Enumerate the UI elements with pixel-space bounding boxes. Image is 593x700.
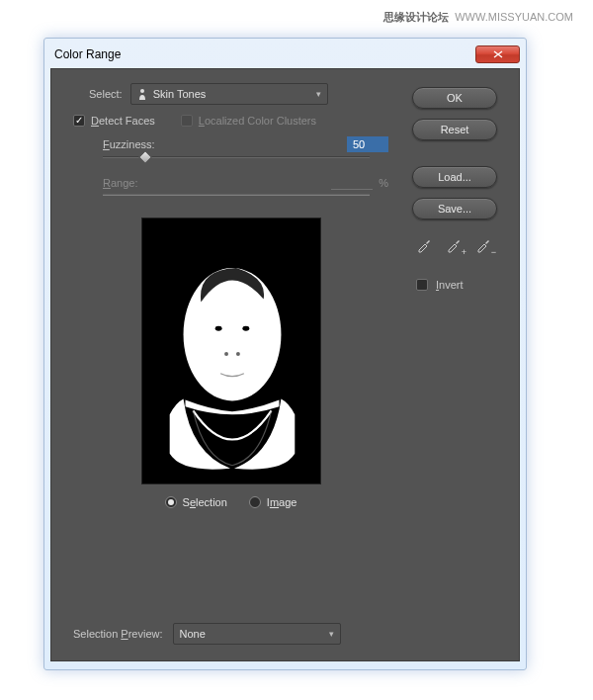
dialog-title: Color Range: [50, 47, 121, 61]
svg-point-2: [183, 268, 281, 401]
detect-faces-checkbox[interactable]: [73, 115, 85, 127]
left-column: Select: Skin Tones ▾ Detect Faces Local: [67, 83, 394, 647]
svg-point-6: [235, 352, 239, 356]
eyedropper-minus-icon[interactable]: −: [473, 235, 493, 255]
chevron-down-icon: ▾: [329, 629, 334, 639]
close-button[interactable]: [475, 45, 520, 63]
person-icon: [137, 88, 147, 100]
range-slider: [103, 194, 370, 196]
selection-radio-label: Selection: [183, 496, 227, 508]
select-dropdown[interactable]: Skin Tones ▾: [130, 83, 328, 105]
preview-mode-row: Selection Image: [67, 496, 394, 508]
invert-label: Invert: [436, 279, 464, 291]
svg-point-3: [214, 326, 221, 331]
invert-checkbox[interactable]: [416, 279, 428, 291]
chevron-down-icon: ▾: [316, 89, 321, 99]
selection-preview-row: Selection Preview: None ▾: [73, 623, 341, 645]
eyedropper-icon[interactable]: [414, 235, 434, 255]
preview-area: [141, 218, 321, 484]
select-label: Select:: [89, 88, 123, 100]
svg-point-0: [140, 89, 144, 93]
image-radio[interactable]: [249, 496, 261, 508]
range-value: [331, 176, 373, 190]
select-value: Skin Tones: [153, 88, 207, 100]
dialog-body: Select: Skin Tones ▾ Detect Faces Local: [50, 68, 520, 661]
titlebar: Color Range: [50, 44, 520, 64]
right-column: OK Reset Load... Save... + −: [412, 83, 503, 647]
preview-mask: [142, 219, 320, 483]
range-label: Range:: [103, 177, 137, 189]
selection-radio[interactable]: [165, 496, 177, 508]
selection-preview-dropdown[interactable]: None ▾: [173, 623, 341, 645]
eyedropper-row: + −: [412, 235, 503, 255]
dialog-window: Color Range Select: Skin Tones ▾: [43, 38, 527, 670]
fuzziness-thumb[interactable]: [138, 150, 152, 164]
selection-preview-value: None: [180, 628, 206, 640]
reset-button[interactable]: Reset: [412, 119, 497, 140]
fuzziness-label: Fuzziness:: [103, 138, 155, 150]
range-row: Range: %: [103, 176, 388, 190]
fuzziness-slider[interactable]: [103, 156, 370, 158]
watermark: 思缘设计论坛WWW.MISSYUAN.COM: [383, 10, 573, 25]
eyedropper-plus-icon[interactable]: +: [444, 235, 464, 255]
range-unit: %: [379, 177, 388, 189]
invert-row: Invert: [412, 279, 503, 291]
fuzziness-value[interactable]: 50: [347, 136, 388, 152]
save-button[interactable]: Save...: [412, 198, 497, 219]
image-radio-label: Image: [267, 496, 297, 508]
select-row: Select: Skin Tones ▾: [89, 83, 394, 105]
localized-checkbox: [181, 115, 193, 127]
svg-point-5: [224, 352, 228, 356]
detect-faces-label: Detect Faces: [91, 115, 155, 127]
close-icon: [493, 50, 503, 58]
load-button[interactable]: Load...: [412, 166, 497, 188]
selection-preview-label: Selection Preview:: [73, 628, 163, 640]
svg-point-4: [242, 326, 249, 331]
localized-label: Localized Color Clusters: [199, 115, 316, 127]
ok-button[interactable]: OK: [412, 87, 497, 109]
options-row: Detect Faces Localized Color Clusters: [73, 115, 394, 127]
